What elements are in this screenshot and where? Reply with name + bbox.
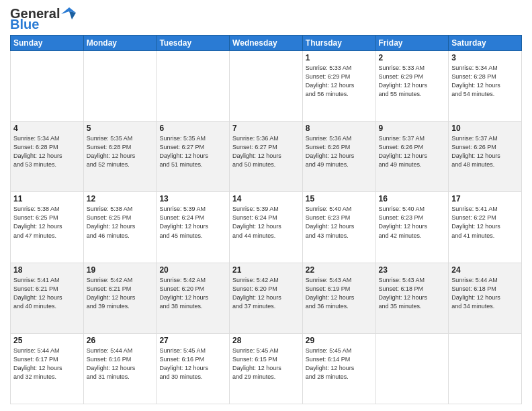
cell-info: Sunrise: 5:36 AM Sunset: 6:26 PM Dayligh… — [306, 134, 373, 169]
cell-info: Sunrise: 5:45 AM Sunset: 6:15 PM Dayligh… — [232, 347, 300, 381]
calendar-cell — [157, 51, 230, 122]
page: General Blue SundayMondayTuesdayWednesda… — [0, 0, 532, 411]
day-number: 8 — [306, 124, 373, 133]
calendar-cell: 3Sunrise: 5:34 AM Sunset: 6:28 PM Daylig… — [449, 51, 522, 122]
cell-info: Sunrise: 5:44 AM Sunset: 6:16 PM Dayligh… — [87, 347, 154, 381]
calendar-cell: 25Sunrise: 5:44 AM Sunset: 6:17 PM Dayli… — [11, 333, 84, 404]
calendar-cell — [449, 333, 522, 404]
calendar-cell: 13Sunrise: 5:39 AM Sunset: 6:24 PM Dayli… — [157, 192, 230, 263]
logo-bird-icon — [61, 7, 76, 19]
calendar-cell: 18Sunrise: 5:41 AM Sunset: 6:21 PM Dayli… — [11, 263, 84, 333]
col-header-monday: Monday — [83, 36, 157, 51]
calendar-cell: 27Sunrise: 5:45 AM Sunset: 6:16 PM Dayli… — [157, 333, 230, 404]
cell-info: Sunrise: 5:38 AM Sunset: 6:25 PM Dayligh… — [87, 205, 154, 240]
col-header-friday: Friday — [375, 36, 449, 51]
calendar-cell — [375, 333, 449, 404]
logo: General Blue — [10, 7, 76, 31]
calendar-cell: 21Sunrise: 5:42 AM Sunset: 6:20 PM Dayli… — [230, 263, 303, 333]
cell-info: Sunrise: 5:42 AM Sunset: 6:20 PM Dayligh… — [232, 276, 300, 311]
calendar-cell: 1Sunrise: 5:33 AM Sunset: 6:29 PM Daylig… — [302, 51, 375, 122]
cell-info: Sunrise: 5:37 AM Sunset: 6:26 PM Dayligh… — [379, 134, 446, 169]
col-header-tuesday: Tuesday — [157, 36, 230, 51]
cell-info: Sunrise: 5:40 AM Sunset: 6:23 PM Dayligh… — [306, 205, 373, 240]
day-number: 17 — [451, 194, 519, 203]
calendar-cell: 5Sunrise: 5:35 AM Sunset: 6:28 PM Daylig… — [83, 122, 157, 192]
day-number: 12 — [87, 194, 154, 203]
calendar-cell: 2Sunrise: 5:33 AM Sunset: 6:29 PM Daylig… — [375, 51, 449, 122]
cell-info: Sunrise: 5:39 AM Sunset: 6:24 PM Dayligh… — [232, 205, 300, 240]
cell-info: Sunrise: 5:34 AM Sunset: 6:28 PM Dayligh… — [13, 134, 81, 169]
calendar-cell: 26Sunrise: 5:44 AM Sunset: 6:16 PM Dayli… — [83, 333, 157, 404]
calendar-cell — [83, 51, 157, 122]
day-number: 27 — [159, 336, 226, 345]
calendar-cell: 12Sunrise: 5:38 AM Sunset: 6:25 PM Dayli… — [83, 192, 157, 263]
cell-info: Sunrise: 5:33 AM Sunset: 6:29 PM Dayligh… — [306, 64, 373, 99]
day-number: 14 — [232, 194, 300, 203]
day-number: 23 — [379, 265, 446, 275]
col-header-wednesday: Wednesday — [230, 36, 303, 51]
calendar-cell: 7Sunrise: 5:36 AM Sunset: 6:27 PM Daylig… — [230, 122, 303, 192]
cell-info: Sunrise: 5:33 AM Sunset: 6:29 PM Dayligh… — [379, 64, 446, 99]
cell-info: Sunrise: 5:39 AM Sunset: 6:24 PM Dayligh… — [159, 205, 226, 240]
col-header-sunday: Sunday — [11, 36, 84, 51]
day-number: 1 — [306, 53, 373, 62]
cell-info: Sunrise: 5:37 AM Sunset: 6:26 PM Dayligh… — [451, 134, 519, 169]
calendar-cell: 28Sunrise: 5:45 AM Sunset: 6:15 PM Dayli… — [230, 333, 303, 404]
svg-marker-1 — [69, 11, 76, 19]
day-number: 24 — [451, 265, 519, 275]
day-number: 28 — [232, 336, 300, 345]
calendar-cell: 17Sunrise: 5:41 AM Sunset: 6:22 PM Dayli… — [449, 192, 522, 263]
calendar-cell: 24Sunrise: 5:44 AM Sunset: 6:18 PM Dayli… — [449, 263, 522, 333]
day-number: 3 — [451, 53, 519, 62]
cell-info: Sunrise: 5:34 AM Sunset: 6:28 PM Dayligh… — [451, 64, 519, 99]
calendar-cell: 14Sunrise: 5:39 AM Sunset: 6:24 PM Dayli… — [230, 192, 303, 263]
day-number: 18 — [13, 265, 81, 275]
day-number: 11 — [13, 194, 81, 203]
cell-info: Sunrise: 5:41 AM Sunset: 6:22 PM Dayligh… — [451, 205, 519, 240]
cell-info: Sunrise: 5:42 AM Sunset: 6:21 PM Dayligh… — [87, 276, 154, 311]
day-number: 21 — [232, 265, 300, 275]
calendar-week-row: 18Sunrise: 5:41 AM Sunset: 6:21 PM Dayli… — [11, 263, 522, 333]
calendar-week-row: 11Sunrise: 5:38 AM Sunset: 6:25 PM Dayli… — [11, 192, 522, 263]
header: General Blue — [10, 7, 522, 31]
calendar-cell: 11Sunrise: 5:38 AM Sunset: 6:25 PM Dayli… — [11, 192, 84, 263]
cell-info: Sunrise: 5:40 AM Sunset: 6:23 PM Dayligh… — [379, 205, 446, 240]
calendar-cell: 19Sunrise: 5:42 AM Sunset: 6:21 PM Dayli… — [83, 263, 157, 333]
cell-info: Sunrise: 5:44 AM Sunset: 6:18 PM Dayligh… — [451, 276, 519, 311]
day-number: 6 — [159, 124, 226, 133]
cell-info: Sunrise: 5:43 AM Sunset: 6:19 PM Dayligh… — [306, 276, 373, 311]
cell-info: Sunrise: 5:45 AM Sunset: 6:16 PM Dayligh… — [159, 347, 226, 381]
day-number: 7 — [232, 124, 300, 133]
calendar-cell: 6Sunrise: 5:35 AM Sunset: 6:27 PM Daylig… — [157, 122, 230, 192]
calendar-table: SundayMondayTuesdayWednesdayThursdayFrid… — [10, 35, 522, 404]
day-number: 15 — [306, 194, 373, 203]
calendar-header-row: SundayMondayTuesdayWednesdayThursdayFrid… — [11, 36, 522, 51]
calendar-cell: 29Sunrise: 5:45 AM Sunset: 6:14 PM Dayli… — [302, 333, 375, 404]
calendar-cell: 23Sunrise: 5:43 AM Sunset: 6:18 PM Dayli… — [375, 263, 449, 333]
day-number: 20 — [159, 265, 226, 275]
calendar-week-row: 25Sunrise: 5:44 AM Sunset: 6:17 PM Dayli… — [11, 333, 522, 404]
cell-info: Sunrise: 5:35 AM Sunset: 6:27 PM Dayligh… — [159, 134, 226, 169]
calendar-cell — [230, 51, 303, 122]
cell-info: Sunrise: 5:43 AM Sunset: 6:18 PM Dayligh… — [379, 276, 446, 311]
day-number: 13 — [159, 194, 226, 203]
calendar-week-row: 4Sunrise: 5:34 AM Sunset: 6:28 PM Daylig… — [11, 122, 522, 192]
col-header-saturday: Saturday — [449, 36, 522, 51]
calendar-cell: 20Sunrise: 5:42 AM Sunset: 6:20 PM Dayli… — [157, 263, 230, 333]
day-number: 9 — [379, 124, 446, 133]
logo-blue-text: Blue — [10, 17, 39, 31]
day-number: 16 — [379, 194, 446, 203]
cell-info: Sunrise: 5:44 AM Sunset: 6:17 PM Dayligh… — [13, 347, 81, 381]
day-number: 4 — [13, 124, 81, 133]
cell-info: Sunrise: 5:41 AM Sunset: 6:21 PM Dayligh… — [13, 276, 81, 311]
day-number: 22 — [306, 265, 373, 275]
calendar-cell: 10Sunrise: 5:37 AM Sunset: 6:26 PM Dayli… — [449, 122, 522, 192]
cell-info: Sunrise: 5:35 AM Sunset: 6:28 PM Dayligh… — [87, 134, 154, 169]
day-number: 5 — [87, 124, 154, 133]
calendar-week-row: 1Sunrise: 5:33 AM Sunset: 6:29 PM Daylig… — [11, 51, 522, 122]
cell-info: Sunrise: 5:42 AM Sunset: 6:20 PM Dayligh… — [159, 276, 226, 311]
col-header-thursday: Thursday — [302, 36, 375, 51]
calendar-cell — [11, 51, 84, 122]
day-number: 10 — [451, 124, 519, 133]
day-number: 19 — [87, 265, 154, 275]
